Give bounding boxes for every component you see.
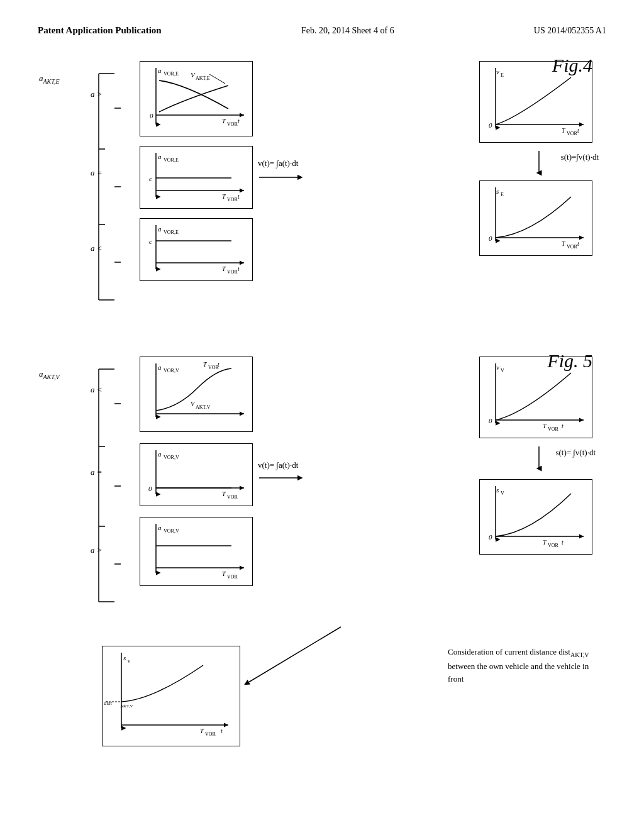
svg-text:t: t [238,193,240,200]
svg-text:v: v [496,363,499,371]
svg-text:t: t [562,423,564,429]
svg-text:VOR: VOR [205,731,216,737]
fig5-st-label: s(t)= ∫v(t)·dt [555,448,596,458]
svg-text:T: T [543,423,547,429]
svg-text:T: T [562,127,566,134]
svg-text:c: c [149,238,152,245]
svg-text:T: T [543,539,547,546]
svg-text:c: c [149,175,152,182]
svg-text:0: 0 [489,121,492,129]
svg-text:a: a [158,153,162,160]
svg-text:VOR: VOR [548,426,559,432]
svg-text:VOR,V: VOR,V [164,368,179,374]
svg-text:t: t [577,127,579,134]
page-header: Patent Application Publication Feb. 20, … [38,25,606,36]
svg-text:a: a [158,363,162,371]
svg-text:V: V [191,71,196,79]
svg-text:t: t [221,728,223,734]
figure5-section: Fig. 5 aAKT,V [39,350,605,621]
svg-text:t: t [562,539,564,546]
fig5-vt-label: v(t)= ∫a(t)·dt [258,460,298,470]
fig5-graph1: a VOR,V T VOR t V AKT,V [140,357,253,432]
fig4-a-eq: a = [91,168,103,178]
svg-text:AKT,E: AKT,E [196,75,210,81]
svg-text:T: T [222,118,226,124]
svg-text:AKT,V: AKT,V [196,404,211,410]
fig4-graph3: a VOR,E c T VOR t [140,218,253,281]
svg-text:s: s [123,654,126,661]
svg-text:v: v [496,68,499,75]
fig4-st-label: s(t)=∫v(t)·dt [561,152,599,162]
fig5-integration-arrow [256,468,306,490]
header-right: US 2014/052355 A1 [534,26,606,36]
bottom-graph: s v dist AKT,V T VOR t [102,646,240,746]
svg-text:E: E [501,192,504,197]
svg-text:t: t [238,265,240,272]
svg-text:VOR: VOR [548,543,559,548]
svg-text:dist: dist [104,700,113,706]
svg-text:s: s [496,486,499,494]
fig5-a-gt: a > [91,545,103,555]
svg-text:VOR: VOR [227,269,238,275]
svg-text:VOR,V: VOR,V [164,528,179,534]
svg-text:t: t [238,118,240,124]
svg-text:0: 0 [150,112,153,119]
bottom-section: s v dist AKT,V T VOR t [39,639,605,765]
fig4-graph1: 0 a VOR,E V AKT,E T VOR t [140,61,253,136]
svg-text:T: T [222,265,226,272]
fig4-integration-arrow [256,168,306,189]
bottom-diagonal-arrow [228,621,353,696]
fig5-down-arrow [530,443,548,477]
header-center: Feb. 20, 2014 Sheet 4 of 6 [301,26,394,36]
fig4-a-akt-e: aAKT,E [39,74,60,85]
svg-text:T: T [200,728,204,734]
svg-text:V: V [501,368,504,374]
svg-text:0: 0 [489,533,492,541]
svg-text:VOR,E: VOR,E [164,71,179,77]
svg-text:T: T [222,490,226,497]
svg-text:T: T [562,240,566,247]
fig5-graph-vV: v V 0 t T VOR [479,357,592,438]
svg-text:V: V [501,490,504,496]
svg-text:a: a [158,225,162,233]
fig4-down-arrow [530,148,548,182]
fig5-a-lt: a < [91,385,103,395]
fig5-graph-sV: s V 0 t T VOR [479,479,592,555]
svg-text:T: T [222,193,226,200]
consideration-text: Consideration of current distance distAK… [448,646,605,686]
svg-text:T: T [222,570,226,577]
fig4-graph-sE: s E 0 T VOR t [479,180,592,256]
svg-text:v: v [128,658,130,664]
svg-text:VOR: VOR [567,131,578,136]
svg-text:VOR,E: VOR,E [164,157,179,163]
fig4-graph2: a VOR,E c T VOR t [140,146,253,209]
svg-text:T: T [203,361,208,368]
svg-text:a: a [158,524,162,531]
svg-text:VOR,E: VOR,E [164,230,179,235]
svg-text:AKT,V: AKT,V [120,704,133,709]
svg-text:VOR: VOR [227,574,238,580]
fig5-a-akt-v: aAKT,V [39,369,60,380]
page: Patent Application Publication Feb. 20, … [0,0,644,830]
fig4-vt-label: v(t)= ∫a(t)·dt [258,158,298,169]
fig5-graph3: a VOR,V T VOR [140,517,253,586]
svg-text:a: a [158,67,162,74]
fig4-a-lt: a < [91,243,103,253]
svg-text:VOR: VOR [227,494,238,500]
header-left: Patent Application Publication [38,25,162,36]
svg-text:0: 0 [489,235,492,242]
svg-text:VOR: VOR [227,197,238,202]
figure4-section: Fig.4 aAKT,E [39,55,605,319]
svg-text:s: s [496,187,499,195]
svg-text:E: E [501,72,504,78]
svg-text:0: 0 [148,485,152,492]
fig5-graph2: a VOR,V 0 T VOR [140,443,253,506]
svg-text:V: V [191,401,196,407]
fig5-a-eq: a = [91,467,103,477]
svg-text:VOR: VOR [567,244,578,250]
svg-text:0: 0 [489,417,492,424]
fig4-a-gt: a > [91,89,103,99]
svg-text:VOR: VOR [227,121,238,127]
svg-text:VOR,V: VOR,V [164,455,179,460]
svg-text:a: a [158,450,162,458]
